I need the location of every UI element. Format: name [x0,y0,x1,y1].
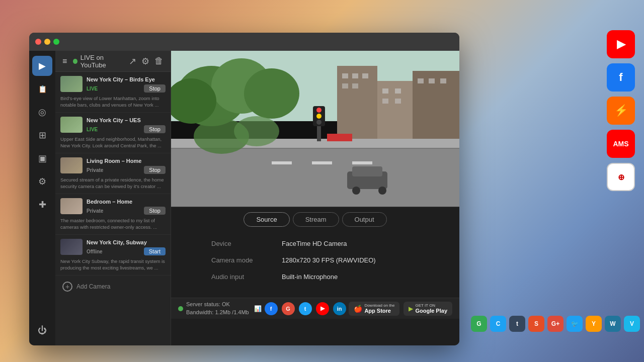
server-status-dot [178,306,183,311]
desktop-icon-ams[interactable]: AMS [607,130,635,158]
add-camera-label: Add Camera [76,283,110,290]
camera-status-nyc-ues: LIVE [87,127,98,132]
desktop-small-icon-wp[interactable]: W [605,316,621,332]
camera-status-bedroom: Private [87,208,103,214]
google-play-badge[interactable]: ▶ GET IT ON Google Play [404,302,452,316]
plus-icon: ✚ [39,199,46,210]
camera-thumbnail-bedroom [60,198,83,214]
tab-source[interactable]: Source [244,212,289,227]
desktop-icon-facebook[interactable]: f [607,63,635,92]
camera-item-nyc-subway[interactable]: New York City, Subway Offline Start New … [55,235,171,276]
sidebar-item-book[interactable]: 📋 [32,79,52,99]
sidebar-item-video[interactable]: ▣ [32,148,52,168]
svg-point-33 [352,187,360,195]
camera-desc-living-room: Secured stream of a private residence, t… [60,177,166,190]
traffic-lights [35,39,59,45]
tab-output[interactable]: Output [342,212,387,227]
menu-icon[interactable]: ≡ [62,57,67,66]
camera-list-header: ≡ LIVE on YouTube ↗ ⚙ 🗑 [55,51,171,72]
delete-button[interactable]: 🗑 [154,56,164,66]
stop-button-nyc-birds[interactable]: Stop [144,84,166,93]
svg-rect-16 [395,99,401,104]
right-panel: Source Stream Output Device FaceTime HD … [171,51,459,345]
camera-thumbnail-nyc-subway [60,239,83,255]
desktop-small-icon-c[interactable]: C [490,316,506,332]
desktop-icons-right: ▶ f ⚡ AMS ⊕ [607,30,635,191]
live-dot [73,59,77,64]
street-scene-svg [171,51,459,207]
apple-icon: 🍎 [354,305,362,313]
bandwidth-text: Bandwidth: 1.2Mb /1.4Mb [186,309,249,316]
settings-icon: ⚙ [38,176,46,187]
home-icon: ▶ [39,60,46,71]
settings-header-button[interactable]: ⚙ [141,56,149,67]
sidebar-item-grid[interactable]: ⊞ [32,125,52,145]
sidebar-item-power[interactable]: ⏻ [32,320,52,340]
video-preview [171,51,459,207]
sidebar-item-location[interactable]: ◎ [32,102,52,122]
main-content: ▶ 📋 ◎ ⊞ ▣ ⚙ ✚ ⏻ [29,51,459,345]
add-camera-button[interactable]: + Add Camera [55,276,171,298]
svg-rect-24 [352,161,372,164]
svg-rect-15 [382,99,388,104]
live-status-text: LIVE on YouTube [80,54,123,69]
desktop-icon-thunder[interactable]: ⚡ [607,97,635,125]
svg-point-34 [378,187,386,195]
maximize-button[interactable] [53,39,59,45]
desktop-small-icon-vimeo[interactable]: V [624,316,640,332]
title-bar [29,33,459,51]
app-window: ▶ 📋 ◎ ⊞ ▣ ⚙ ✚ ⏻ [29,33,459,345]
svg-point-30 [316,120,321,125]
desktop-small-icon-twitter[interactable]: 🐦 [567,316,583,332]
server-status: Server status: OK Bandwidth: 1.2Mb /1.4M… [178,301,262,316]
start-button-nyc-subway[interactable]: Start [144,247,166,255]
camera-item-nyc-birds[interactable]: New York City – Birds Eye LIVE Stop Bird… [55,72,171,113]
stop-button-nyc-ues[interactable]: Stop [144,125,166,133]
camera-item-nyc-ues[interactable]: New York City – UES LIVE Stop Upper East… [55,113,171,153]
minimize-button[interactable] [44,39,50,45]
social-linkedin-button[interactable]: in [333,302,346,315]
camera-desc-bedroom: The master bedroom, connected to my list… [60,218,166,230]
device-label: Device [211,240,282,247]
stop-button-living-room[interactable]: Stop [144,166,166,174]
camera-status-nyc-birds: LIVE [87,86,98,92]
camera-status-living-room: Private [87,167,103,173]
app-store-badge[interactable]: 🍎 Download on the App Store [349,302,399,316]
camera-item-bedroom[interactable]: Bedroom – Home Private Stop The master b… [55,194,171,235]
camera-thumbnail-living-room [60,157,83,173]
social-youtube-button[interactable]: ▶ [316,302,329,315]
social-twitter-button[interactable]: t [299,302,312,315]
stop-button-bedroom[interactable]: Stop [144,207,166,215]
camera-thumbnail-nyc-birds [60,76,83,92]
desktop-small-icon-tumblr[interactable]: t [509,316,525,332]
book-icon: 📋 [38,85,47,93]
camera-thumbnail-nyc-ues [60,117,83,133]
server-status-text: Server status: OK [186,301,249,308]
desktop-small-icon-g[interactable]: G [471,316,487,332]
camera-item-top: New York City – Birds Eye LIVE Stop [60,76,166,93]
desktop-icons-bottom-right: G C t S G+ 🐦 Y W V [471,316,640,332]
social-google-button[interactable]: G [282,302,295,315]
social-facebook-button[interactable]: f [265,302,278,315]
sidebar-item-settings[interactable]: ⚙ [32,171,52,192]
google-play-bottom: Google Play [415,308,447,314]
android-icon: ▶ [409,305,413,312]
header-actions: ↗ ⚙ 🗑 [129,56,164,67]
share-button[interactable]: ↗ [129,56,136,67]
desktop-small-icon-gplus[interactable]: G+ [547,316,564,332]
live-indicator: LIVE on YouTube [73,54,123,69]
sidebar-item-home[interactable]: ▶ [32,56,52,76]
sidebar-item-plus[interactable]: ✚ [32,195,52,215]
camera-name-nyc-subway: New York City, Subway [87,239,166,246]
svg-rect-13 [382,88,388,94]
details-panel: Device FaceTime HD Camera Camera mode 12… [171,232,459,298]
desktop-icon-s5[interactable]: ⊕ [607,163,635,191]
close-button[interactable] [35,39,41,45]
svg-rect-14 [395,88,401,94]
tab-stream[interactable]: Stream [293,212,339,227]
desktop-icon-youtube[interactable]: ▶ [607,30,635,58]
camera-item-living-room[interactable]: Living Room – Home Private Stop Secured … [55,153,171,194]
svg-rect-8 [342,73,348,78]
desktop-small-icon-s[interactable]: S [528,316,544,332]
desktop-small-icon-y[interactable]: Y [586,316,602,332]
